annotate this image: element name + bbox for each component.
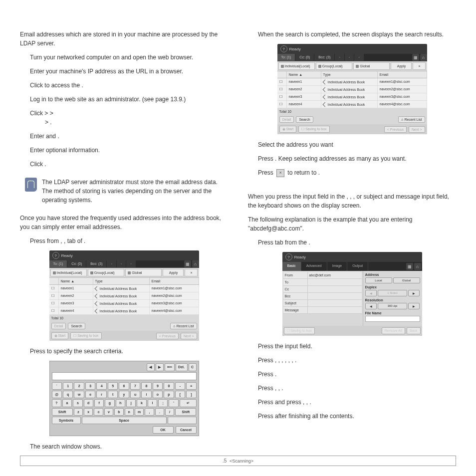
tab-image[interactable]: Image xyxy=(327,262,347,271)
key-y[interactable]: y xyxy=(119,391,129,398)
filter-global[interactable]: Global xyxy=(125,269,162,276)
col-email[interactable]: Email xyxy=(150,278,199,284)
nav-left-key[interactable]: ◀ xyxy=(147,363,155,371)
key-][interactable]: ] xyxy=(186,391,196,398)
close-icon[interactable]: × xyxy=(276,169,284,177)
key-@[interactable]: @ xyxy=(52,391,62,398)
key-m[interactable]: m xyxy=(135,408,144,416)
tab-bcc[interactable]: Bcc: (3) xyxy=(86,260,106,267)
message-field[interactable]: Message xyxy=(283,307,362,314)
tab-to[interactable]: To: (1) xyxy=(49,260,67,267)
key-6[interactable]: 6 xyxy=(119,382,129,390)
filename-input[interactable] xyxy=(365,316,420,322)
home-icon[interactable]: ⌂ xyxy=(192,260,199,267)
apply-button[interactable]: Apply xyxy=(163,269,184,276)
cancel-button[interactable]: Cancel xyxy=(176,426,197,434)
enter-key[interactable]: ↵ xyxy=(180,399,197,407)
key-t[interactable]: t xyxy=(108,391,118,398)
key-o[interactable]: o xyxy=(153,391,163,398)
key-8[interactable]: 8 xyxy=(141,382,151,390)
key-`[interactable]: ` xyxy=(52,382,62,390)
key-[[interactable]: [ xyxy=(175,391,185,398)
key-v[interactable]: v xyxy=(104,408,113,416)
key-s[interactable]: s xyxy=(73,399,82,407)
global-button[interactable]: Global xyxy=(393,277,420,283)
tab-advanced[interactable]: Advanced xyxy=(301,262,327,271)
key-5[interactable]: 5 xyxy=(108,382,118,390)
col-name[interactable]: Name ▲ xyxy=(59,278,93,284)
keyboard-input[interactable] xyxy=(52,372,197,380)
key-x[interactable]: x xyxy=(84,408,93,416)
key-1[interactable]: 1 xyxy=(63,382,73,390)
backspace-key[interactable]: ⟵ xyxy=(165,363,175,371)
clear-key[interactable]: C xyxy=(189,363,197,371)
recent-button[interactable]: ⌂ Recent List xyxy=(170,323,197,329)
key-k[interactable]: k xyxy=(137,399,146,407)
filter-group[interactable]: Group(Local) xyxy=(88,269,124,276)
key-a[interactable]: a xyxy=(62,399,72,407)
del-key[interactable]: Del. xyxy=(176,363,188,371)
shift-key[interactable]: Shift xyxy=(175,408,196,416)
key-p[interactable]: p xyxy=(164,391,174,398)
filter-individual[interactable]: Individual(Local) xyxy=(50,269,87,276)
cal-icon[interactable]: ▦ xyxy=(184,260,191,267)
ok-button[interactable]: OK xyxy=(153,426,174,434)
key-=[interactable]: = xyxy=(186,382,196,390)
local-button[interactable]: Local xyxy=(365,277,392,283)
key--[interactable]: - xyxy=(175,382,185,390)
key-b[interactable]: b xyxy=(114,408,123,416)
key-z[interactable]: z xyxy=(74,408,83,416)
remove-all-button[interactable]: Remove All xyxy=(382,327,405,334)
key-0[interactable]: 0 xyxy=(164,382,174,390)
subject-field[interactable]: Subject xyxy=(283,300,362,307)
key-;[interactable]: ; xyxy=(158,399,168,407)
key-f[interactable]: f xyxy=(94,399,104,407)
key-d[interactable]: d xyxy=(84,399,93,407)
bcc-field[interactable]: Bcc xyxy=(283,293,362,300)
key-i[interactable]: i xyxy=(141,391,151,398)
key-n[interactable]: n xyxy=(125,408,134,416)
key-/[interactable]: / xyxy=(165,408,174,416)
help-icon[interactable]: ? xyxy=(285,253,292,260)
key-'[interactable]: ' xyxy=(169,399,178,407)
key-.[interactable]: . xyxy=(155,408,164,416)
key-u[interactable]: u xyxy=(130,391,140,398)
key-4[interactable]: 4 xyxy=(96,382,106,390)
symbols-key[interactable]: Symbols xyxy=(52,417,81,424)
space-key[interactable]: Space xyxy=(82,417,167,424)
shift-key[interactable]: Shift xyxy=(52,408,73,416)
key-?[interactable]: ? xyxy=(52,399,61,407)
key-9[interactable]: 9 xyxy=(153,382,163,390)
key-w[interactable]: w xyxy=(74,391,84,398)
col-type[interactable]: Type xyxy=(93,278,150,284)
from-field[interactable]: Fromabc@def.com xyxy=(283,272,362,279)
tab-output[interactable]: Output xyxy=(347,262,368,271)
cc-field[interactable]: Cc xyxy=(283,286,362,293)
key-e[interactable]: e xyxy=(85,391,95,398)
key-,[interactable]: , xyxy=(145,408,154,416)
key-3[interactable]: 3 xyxy=(85,382,95,390)
table-row[interactable]: ☐naveen2Individual Address Booknaveen2@s… xyxy=(49,292,199,300)
help-icon[interactable]: ? xyxy=(280,45,287,52)
key-h[interactable]: h xyxy=(116,399,125,407)
help-icon[interactable]: ? xyxy=(52,252,59,259)
key-r[interactable]: r xyxy=(96,391,106,398)
key-c[interactable]: c xyxy=(94,408,103,416)
table-row[interactable]: ☐naveen3Individual Address Booknaveen3@s… xyxy=(49,300,199,307)
key-q[interactable]: q xyxy=(63,391,73,398)
table-row[interactable]: ☐naveen4Individual Address Booknaveen4@s… xyxy=(49,307,199,315)
to-field[interactable]: To xyxy=(283,279,362,286)
search-button[interactable]: Search xyxy=(68,323,85,329)
saving-box-button[interactable]: ☐ Saving to box xyxy=(284,327,315,334)
close-button[interactable]: × xyxy=(185,269,198,276)
key-7[interactable]: 7 xyxy=(130,382,140,390)
key-l[interactable]: l xyxy=(148,399,157,407)
tab-cc[interactable]: Cc: (0) xyxy=(67,260,86,267)
key-j[interactable]: j xyxy=(126,399,136,407)
key-g[interactable]: g xyxy=(105,399,114,407)
tab-basic[interactable]: Basic xyxy=(282,262,301,271)
key-2[interactable]: 2 xyxy=(74,382,84,390)
table-row[interactable]: ☐naveen1Individual Address Booknaveen1@s… xyxy=(49,285,199,292)
back-button[interactable]: Back xyxy=(407,327,421,334)
nav-right-key[interactable]: ▶ xyxy=(156,363,164,371)
